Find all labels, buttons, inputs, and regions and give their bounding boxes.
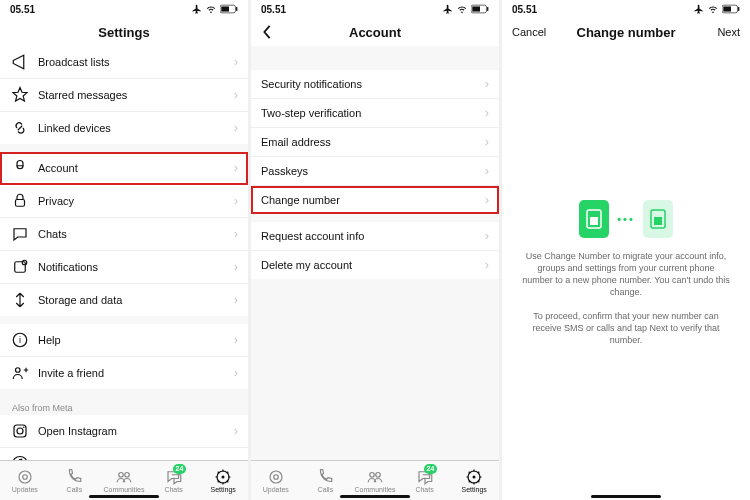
tab-label: Chats [164, 486, 182, 493]
sim-old-icon [579, 200, 609, 238]
chevron-right-icon: › [485, 229, 489, 243]
status-indicators [192, 4, 238, 14]
airplane-icon [192, 4, 202, 14]
row-label: Broadcast lists [38, 56, 234, 68]
battery-icon [220, 4, 238, 14]
linked-icon [10, 119, 30, 137]
row-chats[interactable]: Chats› [0, 218, 248, 251]
row-label: Linked devices [38, 122, 234, 134]
tab-label: Communities [355, 486, 396, 493]
status-time: 05.51 [512, 4, 537, 15]
wifi-icon [707, 4, 719, 14]
row-instagram[interactable]: Open Instagram› [0, 415, 248, 448]
chevron-right-icon: › [485, 135, 489, 149]
svg-point-27 [473, 475, 476, 478]
chats-badge: 24 [173, 464, 187, 474]
chevron-left-icon [261, 25, 273, 39]
communities-tab-icon [366, 469, 384, 485]
tab-updates[interactable]: Updates [0, 461, 50, 500]
row-storage[interactable]: Storage and data› [0, 284, 248, 316]
row-label: Request account info [261, 230, 485, 242]
status-bar: 05.51 [251, 0, 499, 18]
row-label: Security notifications [261, 78, 485, 90]
row-twostep[interactable]: Two-step verification› [251, 99, 499, 128]
row-label: Change number [261, 194, 485, 206]
tab-label: Settings [211, 486, 236, 493]
row-label: Open Instagram [38, 425, 234, 437]
row-help[interactable]: iHelp› [0, 324, 248, 357]
airplane-icon [694, 4, 704, 14]
chevron-right-icon: › [234, 227, 238, 241]
row-passkeys[interactable]: Passkeys› [251, 157, 499, 186]
chats-icon [10, 225, 30, 243]
wifi-icon [456, 4, 468, 14]
row-email[interactable]: Email address› [251, 128, 499, 157]
row-label: Email address [261, 136, 485, 148]
chevron-right-icon: › [234, 293, 238, 307]
svg-rect-29 [723, 6, 731, 11]
change-number-desc-2: To proceed, confirm that your new number… [522, 310, 730, 346]
calls-tab-icon [65, 469, 83, 485]
row-starred[interactable]: Starred messages› [0, 79, 248, 112]
row-invite[interactable]: Invite a friend› [0, 357, 248, 389]
row-privacy[interactable]: Privacy› [0, 185, 248, 218]
status-time: 05.51 [10, 4, 35, 15]
cancel-button[interactable]: Cancel [502, 18, 556, 46]
svg-point-11 [23, 427, 25, 429]
chevron-right-icon: › [485, 193, 489, 207]
navbar-account: Account [251, 18, 499, 46]
svg-point-23 [274, 474, 279, 479]
meta-section-label: Also from Meta [0, 397, 248, 415]
row-delete[interactable]: Delete my account› [251, 251, 499, 279]
next-button[interactable]: Next [707, 18, 750, 46]
account-scroll[interactable]: Security notifications›Two-step verifica… [251, 46, 499, 460]
svg-point-8 [16, 368, 21, 373]
svg-rect-1 [221, 6, 229, 11]
row-notifications[interactable]: Notifications› [0, 251, 248, 284]
chevron-right-icon: › [234, 55, 238, 69]
tab-settings[interactable]: Settings [198, 461, 248, 500]
settings-scroll[interactable]: Broadcast lists›Starred messages›Linked … [0, 46, 248, 460]
svg-point-14 [23, 474, 28, 479]
notifications-icon [10, 258, 30, 276]
battery-icon [722, 4, 740, 14]
row-security[interactable]: Security notifications› [251, 70, 499, 99]
chevron-right-icon: › [485, 77, 489, 91]
page-title: Account [349, 25, 401, 40]
row-label: Passkeys [261, 165, 485, 177]
svg-rect-2 [236, 7, 237, 11]
row-label: Starred messages [38, 89, 234, 101]
chevron-right-icon: › [234, 333, 238, 347]
tab-label: Settings [462, 486, 487, 493]
chevron-right-icon: › [234, 88, 238, 102]
row-broadcast[interactable]: Broadcast lists› [0, 46, 248, 79]
row-changenumber[interactable]: Change number› [251, 186, 499, 214]
chevron-right-icon: › [234, 424, 238, 438]
row-account[interactable]: Account› [0, 152, 248, 185]
chevron-right-icon: › [234, 366, 238, 380]
page-title: Settings [98, 25, 149, 40]
chats-badge: 24 [424, 464, 438, 474]
status-bar: 05.51 [0, 0, 248, 18]
phone-account: 05.51 Account Security notifications›Two… [251, 0, 499, 500]
svg-point-16 [125, 472, 130, 477]
communities-tab-icon [115, 469, 133, 485]
status-time: 05.51 [261, 4, 286, 15]
svg-point-18 [222, 475, 225, 478]
back-button[interactable] [251, 18, 283, 46]
airplane-icon [443, 4, 453, 14]
svg-point-22 [270, 471, 282, 483]
row-label: Account [38, 162, 234, 174]
row-label: Privacy [38, 195, 234, 207]
row-requestinfo[interactable]: Request account info› [251, 222, 499, 251]
tab-settings[interactable]: Settings [449, 461, 499, 500]
help-icon: i [10, 331, 30, 349]
tab-bar: UpdatesCallsCommunitiesChats24Settings [251, 460, 499, 500]
row-linked[interactable]: Linked devices› [0, 112, 248, 144]
tab-label: Updates [263, 486, 289, 493]
tab-label: Calls [67, 486, 83, 493]
tab-updates[interactable]: Updates [251, 461, 301, 500]
home-indicator [89, 495, 159, 498]
chevron-right-icon: › [234, 260, 238, 274]
row-facebook[interactable]: Open Facebook› [0, 448, 248, 460]
